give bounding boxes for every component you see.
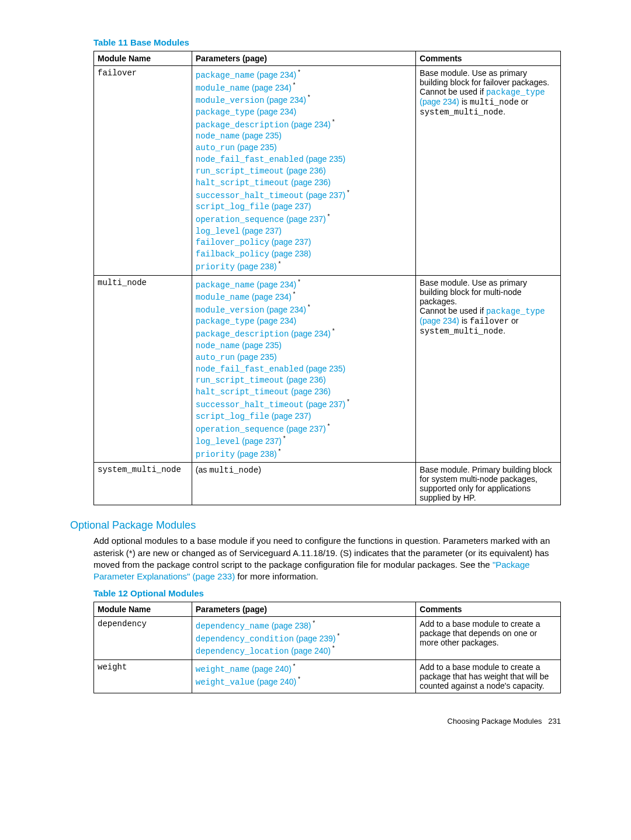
page-ref[interactable]: (page 234)	[249, 82, 292, 92]
param-link[interactable]: node_fail_fast_enabled	[196, 365, 304, 374]
code: system_multi_node	[419, 107, 503, 117]
param-link[interactable]: script_log_file	[196, 202, 269, 211]
param-link[interactable]: node_name	[196, 131, 240, 141]
comments-cell: Base module. Primary building block for …	[416, 463, 561, 505]
page-ref[interactable]: (page 234)	[289, 329, 331, 338]
param-link[interactable]: halt_script_timeout	[196, 178, 289, 188]
param-link[interactable]: package_type	[196, 107, 255, 117]
table12-h2: Parameters (page)	[192, 602, 416, 617]
table12-title: Table 12 Optional Modules	[93, 588, 561, 598]
param-link[interactable]: failback_policy	[196, 249, 269, 259]
param-link[interactable]: dependency_condition	[196, 634, 294, 644]
param-link[interactable]: operation_sequence	[196, 215, 284, 224]
param-link[interactable]: package_description	[196, 120, 289, 129]
param-link[interactable]: package_type	[196, 317, 255, 326]
page-ref[interactable]: (page 236)	[284, 375, 326, 384]
text: (as	[196, 465, 209, 474]
link[interactable]: package_type	[486, 307, 545, 316]
page-ref[interactable]: (page 238)	[269, 621, 311, 630]
module-name: weight	[94, 659, 192, 693]
param-link[interactable]: log_level	[196, 437, 240, 446]
link[interactable]: (page 234)	[419, 97, 459, 106]
page-ref[interactable]: (page 237)	[284, 424, 326, 433]
param-link[interactable]: operation_sequence	[196, 424, 284, 433]
comments-cell: Base module. Use as primary building blo…	[416, 66, 561, 276]
page-ref[interactable]: (page 237)	[240, 436, 282, 446]
param-link[interactable]: script_log_file	[196, 412, 269, 421]
comment-text: .	[503, 326, 505, 335]
table11-h1: Module Name	[94, 51, 192, 66]
asterisk-icon: *	[296, 279, 300, 285]
page-ref[interactable]: (page 234)	[255, 70, 297, 79]
param-link[interactable]: dependency_name	[196, 622, 269, 631]
page-ref[interactable]: (page 240)	[249, 664, 292, 674]
table12-h3: Comments	[416, 602, 561, 617]
param-link[interactable]: module_version	[196, 305, 265, 314]
param-link[interactable]: package_name	[196, 280, 255, 289]
param-link[interactable]: failover_policy	[196, 238, 269, 247]
page-ref[interactable]: (page 235)	[235, 143, 277, 152]
page-ref[interactable]: (page 235)	[235, 352, 277, 362]
page-ref[interactable]: (page 234)	[255, 107, 297, 116]
param-link[interactable]: weight_name	[196, 665, 249, 674]
param-link[interactable]: auto_run	[196, 353, 235, 362]
page-ref[interactable]: (page 237)	[304, 190, 346, 199]
page-ref[interactable]: (page 234)	[264, 95, 306, 105]
page-ref[interactable]: (page 234)	[249, 292, 292, 301]
params-cell: weight_name (page 240) *weight_value (pa…	[192, 659, 416, 693]
asterisk-icon: *	[331, 645, 335, 651]
param-link[interactable]: weight_value	[196, 677, 255, 686]
page-ref[interactable]: (page 240)	[289, 646, 331, 655]
param-link[interactable]: auto_run	[196, 143, 235, 152]
link[interactable]: (page 234)	[419, 316, 459, 325]
page-ref[interactable]: (page 240)	[255, 676, 297, 686]
comment-text: .	[503, 107, 505, 116]
param-link[interactable]: package_description	[196, 329, 289, 339]
page-ref[interactable]: (page 234)	[255, 279, 297, 289]
page-ref[interactable]: (page 236)	[289, 387, 331, 396]
table-row: weight weight_name (page 240) *weight_va…	[94, 659, 561, 693]
page-ref[interactable]: (page 239)	[294, 634, 336, 643]
param-link[interactable]: module_name	[196, 83, 249, 92]
asterisk-icon: *	[311, 620, 315, 626]
page-ref[interactable]: (page 237)	[269, 202, 311, 211]
param-link[interactable]: priority	[196, 449, 235, 459]
section-body: Add optional modules to a base module if…	[93, 535, 561, 582]
param-link[interactable]: successor_halt_timeout	[196, 190, 304, 200]
page-ref[interactable]: (page 237)	[284, 214, 326, 224]
page-ref[interactable]: (page 235)	[240, 131, 282, 140]
page-ref[interactable]: (page 235)	[240, 341, 282, 350]
module-name: dependency	[94, 617, 192, 660]
param-link[interactable]: log_level	[196, 227, 240, 236]
page-ref[interactable]: (page 237)	[269, 411, 311, 421]
page-ref[interactable]: (page 235)	[304, 364, 346, 373]
param-link[interactable]: node_fail_fast_enabled	[196, 155, 304, 164]
asterisk-icon: *	[277, 448, 281, 454]
param-link[interactable]: node_name	[196, 341, 240, 350]
page-ref[interactable]: (page 234)	[264, 304, 306, 314]
page-ref[interactable]: (page 238)	[235, 262, 277, 271]
page-ref[interactable]: (page 237)	[269, 237, 311, 247]
page-ref[interactable]: (page 238)	[235, 449, 277, 458]
param-link[interactable]: dependency_location	[196, 647, 289, 656]
page-ref[interactable]: (page 236)	[284, 166, 326, 175]
link[interactable]: package_type	[486, 88, 545, 97]
page-ref[interactable]: (page 237)	[240, 226, 282, 235]
param-link[interactable]: module_version	[196, 96, 265, 105]
param-link[interactable]: module_name	[196, 293, 249, 302]
param-link[interactable]: run_script_timeout	[196, 376, 284, 385]
page-ref[interactable]: (page 236)	[289, 178, 331, 187]
param-link[interactable]: run_script_timeout	[196, 166, 284, 176]
param-link[interactable]: successor_halt_timeout	[196, 400, 304, 409]
page-ref[interactable]: (page 238)	[269, 249, 311, 258]
table-row: dependency dependency_name (page 238) *d…	[94, 617, 561, 660]
param-link[interactable]: package_name	[196, 71, 255, 80]
page-ref[interactable]: (page 235)	[304, 154, 346, 164]
params-cell: (as multi_node)	[192, 463, 416, 505]
param-link[interactable]: priority	[196, 262, 235, 272]
page-ref[interactable]: (page 234)	[289, 119, 331, 129]
body-text: for more information.	[235, 571, 318, 581]
page-ref[interactable]: (page 234)	[255, 316, 297, 325]
param-link[interactable]: halt_script_timeout	[196, 387, 289, 397]
page-ref[interactable]: (page 237)	[304, 400, 346, 409]
